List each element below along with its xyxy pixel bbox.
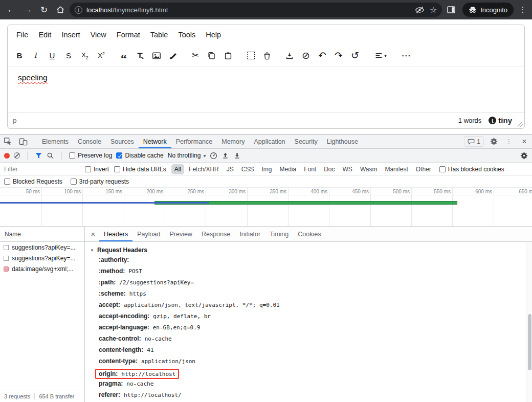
menu-insert[interactable]: Insert — [57, 28, 84, 41]
filter-toggle-button[interactable] — [35, 151, 42, 159]
requests-name-header[interactable]: Name — [0, 227, 84, 242]
request-row[interactable]: suggestions?apiKey=... — [0, 253, 84, 263]
tab-console[interactable]: Console — [73, 135, 106, 148]
network-settings-button[interactable] — [520, 151, 528, 159]
eye-blocked-icon[interactable] — [415, 6, 425, 14]
paste-button[interactable] — [220, 48, 236, 63]
menu-format[interactable]: Format — [112, 28, 145, 41]
request-row[interactable]: data:image/svg+xml;... — [0, 263, 84, 274]
permanent-pen-button[interactable] — [165, 48, 181, 63]
tiny-logo[interactable]: ttiny — [489, 116, 512, 125]
device-toolbar-button[interactable] — [15, 135, 31, 148]
tab-response[interactable]: Response — [197, 227, 235, 241]
misspelled-word[interactable]: speeling — [18, 73, 48, 82]
devtools-menu-button[interactable]: ⋮ — [501, 135, 517, 148]
network-conditions-button[interactable] — [210, 151, 217, 159]
tab-payload[interactable]: Payload — [132, 227, 165, 241]
tab-sources[interactable]: Sources — [106, 135, 139, 148]
devtools-close-button[interactable]: × — [517, 135, 532, 148]
tab-network[interactable]: Network — [139, 135, 171, 148]
clear-button[interactable] — [14, 152, 20, 159]
back-button[interactable]: ← — [4, 3, 18, 17]
blockquote-button[interactable]: “ — [116, 48, 131, 63]
has-blocked-cookies-checkbox[interactable]: Has blocked cookies — [439, 166, 504, 173]
bold-button[interactable]: B — [12, 48, 27, 63]
element-path[interactable]: p — [13, 117, 458, 124]
pill-wasm[interactable]: Wasm — [357, 164, 381, 174]
pill-media[interactable]: Media — [276, 164, 299, 174]
strikethrough-button[interactable]: S — [61, 48, 76, 63]
cut-button[interactable]: ✂ — [188, 48, 203, 63]
site-info-icon[interactable]: i — [75, 6, 82, 14]
address-bar[interactable]: i localhost/tinymce/tiny6.html ☆ — [70, 3, 442, 17]
pill-fetch-xhr[interactable]: Fetch/XHR — [186, 164, 222, 174]
pill-js[interactable]: JS — [224, 164, 237, 174]
more-toolbar-button[interactable]: ⋯ — [398, 48, 414, 63]
hide-data-urls-checkbox[interactable]: Hide data URLs — [114, 166, 166, 173]
request-headers-section[interactable]: ▼ Request Headers — [90, 247, 520, 254]
download-button[interactable] — [282, 48, 297, 63]
tab-elements[interactable]: Elements — [37, 135, 73, 148]
invert-checkbox[interactable]: Invert — [85, 166, 109, 173]
details-scrollbar[interactable] — [526, 242, 532, 402]
cancel-button[interactable]: ⊘ — [298, 48, 314, 63]
inspect-element-button[interactable] — [0, 135, 15, 148]
network-search-button[interactable] — [47, 151, 54, 159]
tab-performance[interactable]: Performance — [171, 135, 217, 148]
format-painter-button[interactable] — [132, 48, 148, 63]
editor-content[interactable]: speeling — [8, 67, 524, 112]
bookmark-star-icon[interactable]: ☆ — [430, 5, 437, 15]
pill-doc[interactable]: Doc — [321, 164, 338, 174]
undo-button[interactable]: ↶ — [315, 48, 330, 63]
delete-button[interactable] — [259, 48, 275, 63]
refresh-button[interactable]: ↻ — [37, 3, 51, 17]
tab-preview[interactable]: Preview — [165, 227, 196, 241]
tab-timing[interactable]: Timing — [265, 227, 293, 241]
menu-view[interactable]: View — [86, 28, 111, 41]
scrollbar-thumb[interactable] — [528, 314, 531, 370]
pill-other[interactable]: Other — [413, 164, 434, 174]
pill-css[interactable]: CSS — [238, 164, 257, 174]
select-all-button[interactable] — [243, 48, 258, 63]
forward-button[interactable]: → — [20, 3, 35, 17]
record-button[interactable] — [4, 153, 10, 159]
disable-cache-checkbox[interactable]: Disable cache — [116, 152, 163, 159]
restore-draft-button[interactable]: ↺ — [347, 48, 363, 63]
pill-ws[interactable]: WS — [340, 164, 356, 174]
tab-memory[interactable]: Memory — [217, 135, 249, 148]
copy-button[interactable] — [204, 48, 219, 63]
underline-button[interactable]: U — [45, 48, 60, 63]
third-party-requests-checkbox[interactable]: 3rd-party requests — [71, 178, 129, 185]
insert-image-button[interactable] — [149, 48, 164, 63]
pill-manifest[interactable]: Manifest — [382, 164, 411, 174]
menu-file[interactable]: File — [12, 28, 33, 41]
tab-lighthouse[interactable]: Lighthouse — [322, 135, 363, 148]
tab-initiator[interactable]: Initiator — [235, 227, 265, 241]
network-timeline-overview[interactable]: 50 ms 100 ms 150 ms 200 ms 250 ms 300 ms… — [0, 188, 532, 227]
redo-button[interactable]: ↷ — [331, 48, 346, 63]
align-button[interactable]: ▾ — [370, 48, 391, 63]
resize-grip[interactable] — [518, 122, 523, 127]
devtools-settings-button[interactable] — [486, 135, 501, 148]
blocked-requests-checkbox[interactable]: Blocked Requests — [4, 178, 62, 185]
tab-headers[interactable]: Headers — [99, 227, 132, 241]
tab-cookies[interactable]: Cookies — [293, 227, 325, 241]
menu-tools[interactable]: Tools — [173, 28, 200, 41]
word-count[interactable]: 1 words — [458, 117, 482, 124]
browser-menu-icon[interactable]: ⋮ — [518, 5, 528, 14]
superscript-button[interactable]: X2 — [94, 48, 109, 63]
filter-input[interactable] — [4, 166, 80, 173]
subscript-button[interactable]: X2 — [77, 48, 93, 63]
menu-help[interactable]: Help — [201, 28, 226, 41]
issues-button[interactable]: 1 — [464, 136, 484, 147]
preserve-log-checkbox[interactable]: Preserve log — [69, 152, 112, 159]
export-har-button[interactable] — [233, 151, 241, 159]
tab-application[interactable]: Application — [249, 135, 290, 148]
request-row[interactable]: suggestions?apiKey=... — [0, 242, 84, 253]
close-details-button[interactable]: × — [87, 227, 99, 241]
import-har-button[interactable] — [221, 151, 229, 159]
tab-security[interactable]: Security — [290, 135, 322, 148]
side-panel-icon[interactable] — [444, 3, 458, 17]
pill-font[interactable]: Font — [301, 164, 319, 174]
menu-edit[interactable]: Edit — [34, 28, 56, 41]
